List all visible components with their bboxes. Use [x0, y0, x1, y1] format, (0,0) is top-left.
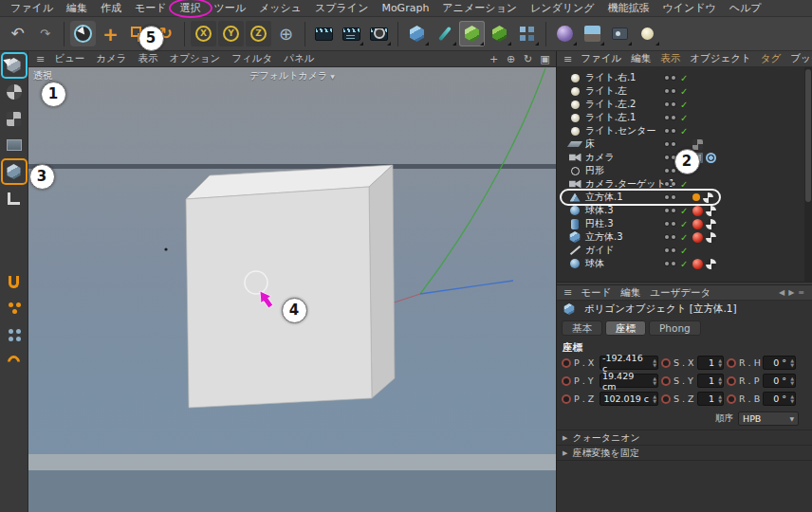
object-row[interactable]: 円形✓: [557, 164, 804, 177]
viewport-menu-ビュー[interactable]: ビュー: [48, 52, 90, 65]
viewport-menu-オプション[interactable]: オプション: [163, 52, 226, 65]
om-menu-icon[interactable]: ≡: [560, 53, 576, 65]
tab-基本[interactable]: 基本: [562, 320, 602, 336]
editor-visibility-dot[interactable]: [665, 116, 669, 119]
object-row[interactable]: ライト.左.2✓: [557, 98, 804, 111]
menu-item-ツール[interactable]: ツール: [208, 0, 253, 17]
visibility-dots[interactable]: [665, 182, 675, 186]
menu-item-機能拡張[interactable]: 機能拡張: [600, 0, 655, 17]
om-menu-ファイル[interactable]: ファイル: [576, 52, 626, 65]
object-list-scrollbar[interactable]: [804, 67, 812, 282]
render-visibility-dot[interactable]: [672, 142, 675, 146]
render-visibility-dot[interactable]: [672, 262, 675, 265]
spline-pen-icon[interactable]: [432, 21, 457, 46]
light-icon[interactable]: [635, 21, 660, 46]
checker-ball-tag[interactable]: [706, 206, 716, 216]
coordinate-input[interactable]: 1: [697, 374, 724, 388]
enabled-check-icon[interactable]: ✓: [680, 232, 688, 243]
object-row[interactable]: 球体.3✓: [557, 204, 804, 217]
camera-dropdown-icon[interactable]: ▼: [330, 73, 335, 80]
visibility-dots[interactable]: [665, 155, 675, 159]
enabled-check-icon[interactable]: ✓: [680, 86, 688, 97]
editor-visibility-dot[interactable]: [665, 102, 669, 106]
om-menu-編集[interactable]: 編集: [626, 52, 655, 65]
editor-visibility-dot[interactable]: [665, 195, 669, 199]
undo-icon[interactable]: ↶: [5, 21, 30, 46]
render-settings-icon[interactable]: [366, 21, 392, 46]
coordinate-system-icon[interactable]: ⊕: [273, 21, 299, 46]
menu-item-ウインドウ[interactable]: ウインドウ: [655, 0, 722, 17]
object-row[interactable]: ライト.右.1✓: [557, 71, 804, 84]
model-mode-icon[interactable]: [3, 81, 26, 103]
visibility-dots[interactable]: [665, 89, 675, 93]
deformer-icon[interactable]: [552, 21, 578, 46]
texture-tag[interactable]: [692, 139, 703, 150]
redo-icon[interactable]: ↷: [32, 21, 58, 46]
viewport-menu-パネル[interactable]: パネル: [278, 52, 320, 65]
editor-visibility-dot[interactable]: [665, 129, 669, 133]
scale-tool-icon[interactable]: [125, 21, 151, 46]
subdivision-surface-icon[interactable]: [459, 21, 485, 46]
move-tool-icon[interactable]: +: [98, 21, 123, 46]
stage-icon[interactable]: [607, 21, 633, 46]
object-row[interactable]: 球体✓: [557, 257, 804, 270]
display-tag[interactable]: [692, 153, 703, 163]
menu-item-ファイル[interactable]: ファイル: [4, 0, 60, 17]
render-visibility-dot[interactable]: [672, 129, 675, 133]
checker-ball-tag[interactable]: [706, 219, 716, 229]
camera-label[interactable]: デフォルトカメラ ▼: [249, 69, 335, 82]
viewport-menu-表示[interactable]: 表示: [132, 52, 163, 65]
visibility-dots[interactable]: [665, 116, 675, 119]
om-menu-ブックマーク[interactable]: ブックマーク: [785, 52, 812, 65]
editor-visibility-dot[interactable]: [665, 155, 669, 159]
menu-item-メッシュ[interactable]: メッシュ: [252, 0, 308, 17]
editor-visibility-dot[interactable]: [665, 142, 669, 146]
render-visibility-dot[interactable]: [672, 248, 675, 252]
pan-view-icon[interactable]: +: [487, 53, 501, 65]
render-visibility-dot[interactable]: [672, 195, 675, 199]
keyframe-dot[interactable]: [727, 376, 736, 386]
visibility-dots[interactable]: [665, 222, 675, 226]
am-menu-モード[interactable]: モード: [576, 286, 616, 300]
coordinate-input[interactable]: 0 °: [763, 374, 796, 388]
keyframe-dot[interactable]: [661, 358, 671, 368]
enabled-check-icon[interactable]: ✓: [680, 179, 688, 190]
visibility-dots[interactable]: [665, 102, 675, 106]
checker-ball-tag[interactable]: [703, 192, 713, 203]
render-visibility-dot[interactable]: [672, 155, 675, 159]
coordinate-input[interactable]: -192.416 c: [600, 356, 658, 370]
viewport-menu-カメラ[interactable]: カメラ: [90, 52, 132, 65]
foldout-クォータニオン[interactable]: ▶クォータニオン: [557, 430, 812, 446]
mograph-icon[interactable]: [514, 21, 540, 46]
visibility-dots[interactable]: [665, 169, 675, 173]
coordinate-input[interactable]: 1: [697, 392, 724, 406]
coordinate-input[interactable]: 1: [697, 356, 724, 370]
quantize-icon[interactable]: [3, 297, 26, 320]
menu-item-選択[interactable]: 選択: [174, 0, 208, 17]
tab-Phong[interactable]: Phong: [649, 320, 701, 336]
am-menu-編集[interactable]: 編集: [616, 286, 645, 300]
viewport-menu-フィルタ[interactable]: フィルタ: [226, 52, 278, 65]
render-visibility-dot[interactable]: [672, 89, 675, 93]
om-menu-タグ[interactable]: タグ: [756, 52, 786, 65]
object-row[interactable]: 立方体.1: [557, 191, 804, 204]
keyframe-dot[interactable]: [661, 376, 671, 386]
object-row[interactable]: カメラ.ターゲット.1✓: [557, 177, 804, 191]
grid-icon[interactable]: [3, 323, 26, 346]
x-axis-lock-icon[interactable]: X: [191, 21, 216, 46]
visibility-dots[interactable]: [665, 195, 675, 199]
rotate-view-icon[interactable]: ↻: [521, 53, 535, 65]
coordinate-input[interactable]: 0 °: [763, 392, 796, 406]
object-row[interactable]: カメラ: [557, 151, 804, 164]
visibility-dots[interactable]: [665, 129, 675, 133]
viewport-canvas[interactable]: 透視 デフォルトカメラ ▼: [28, 67, 556, 512]
coordinate-input[interactable]: 19.429 cm: [600, 374, 658, 388]
menu-item-MoGraph[interactable]: MoGraph: [375, 0, 435, 17]
render-visibility-dot[interactable]: [672, 235, 675, 239]
scrollbar-thumb[interactable]: [805, 69, 811, 202]
projection-label[interactable]: 透視: [33, 69, 52, 82]
object-row[interactable]: ライト.センター✓: [557, 124, 804, 137]
coordinate-input[interactable]: 102.019 c: [600, 392, 658, 406]
environment-icon[interactable]: [580, 21, 605, 46]
render-visibility-dot[interactable]: [672, 209, 675, 212]
